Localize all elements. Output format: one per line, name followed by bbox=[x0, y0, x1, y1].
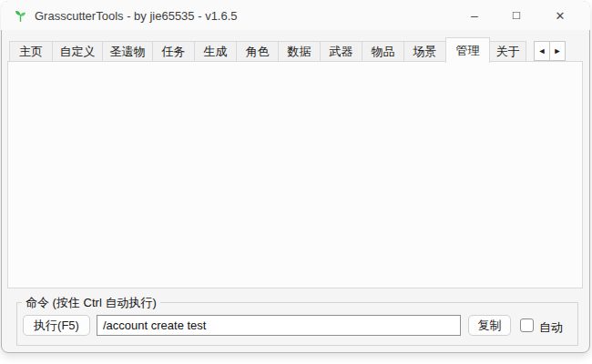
auto-execute-label: 自动 bbox=[539, 319, 563, 336]
maximize-button[interactable]: ☐ bbox=[495, 2, 537, 29]
close-icon: ✕ bbox=[556, 9, 566, 23]
tab-strip: 主页 自定义 圣遗物 任务 生成 角色 数据 武器 物品 场景 管理 关于 ◄ … bbox=[9, 37, 565, 62]
tab-weapon[interactable]: 武器 bbox=[320, 41, 362, 62]
tab-spawn[interactable]: 生成 bbox=[194, 41, 237, 62]
tab-custom[interactable]: 自定义 bbox=[52, 41, 103, 62]
minimize-button[interactable]: – bbox=[454, 2, 495, 29]
command-group-legend: 命令 (按住 Ctrl 自动执行) bbox=[22, 295, 160, 311]
tab-scene[interactable]: 场景 bbox=[403, 41, 446, 62]
tab-scroll-right-button[interactable]: ► bbox=[549, 41, 566, 61]
command-input[interactable] bbox=[97, 315, 461, 336]
title-bar[interactable]: GrasscutterTools - by jie65535 - v1.6.5 … bbox=[1, 1, 590, 30]
app-logo-icon bbox=[13, 8, 28, 24]
arrow-left-icon: ◄ bbox=[538, 46, 546, 56]
tab-data[interactable]: 数据 bbox=[278, 41, 321, 62]
auto-execute-checkbox[interactable] bbox=[520, 318, 534, 332]
tab-scroll-buttons: ◄ ► bbox=[534, 41, 565, 61]
tab-home[interactable]: 主页 bbox=[9, 41, 53, 62]
tab-avatar[interactable]: 角色 bbox=[236, 41, 279, 62]
close-button[interactable]: ✕ bbox=[537, 2, 583, 29]
minimize-icon: – bbox=[471, 8, 478, 23]
tab-item[interactable]: 物品 bbox=[362, 41, 404, 62]
copy-command-button[interactable]: 复制 bbox=[468, 315, 511, 336]
tab-management[interactable]: 管理 bbox=[445, 37, 490, 63]
maximize-icon: ☐ bbox=[512, 10, 521, 22]
tab-about[interactable]: 关于 bbox=[489, 41, 526, 62]
tab-quest[interactable]: 任务 bbox=[152, 41, 195, 62]
run-command-button[interactable]: 执行(F5) bbox=[23, 315, 90, 336]
tab-artifact[interactable]: 圣遗物 bbox=[102, 41, 153, 62]
window-title: GrasscutterTools - by jie65535 - v1.6.5 bbox=[35, 9, 238, 23]
arrow-right-icon: ► bbox=[554, 46, 562, 56]
grasscuttertools-window: GrasscutterTools - by jie65535 - v1.6.5 … bbox=[0, 0, 592, 364]
management-tab-panel bbox=[7, 61, 583, 288]
tab-scroll-left-button[interactable]: ◄ bbox=[534, 41, 550, 61]
